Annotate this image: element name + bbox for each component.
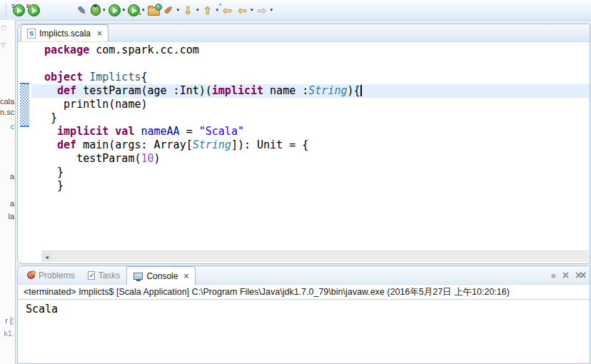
code-line[interactable] bbox=[44, 57, 590, 71]
export-file-button[interactable]: ⇧▾ bbox=[202, 4, 219, 16]
text-cursor bbox=[360, 85, 362, 96]
console-output[interactable]: Scala bbox=[18, 300, 590, 315]
code-line[interactable]: testParam(10) bbox=[44, 152, 590, 166]
run-dropdown-icon[interactable]: ▾ bbox=[123, 7, 126, 13]
horizontal-scrollbar[interactable]: ◂ bbox=[41, 251, 589, 262]
main-toolbar: SE✎▾▾▪▾✐▾⇩▾⇧▾⇦*⇦▾⇨▾ bbox=[0, 0, 591, 21]
minimized-view-icon[interactable]: □ bbox=[1, 24, 6, 31]
format-brush-icon[interactable]: ✐ bbox=[163, 4, 175, 16]
last-edit-location-icon-overlay: * bbox=[219, 3, 221, 9]
editor-tab-implicts[interactable]: S Implicts.scala × bbox=[21, 24, 108, 41]
run-scala-application-icon[interactable]: S bbox=[13, 4, 25, 16]
code-line[interactable]: println(name) bbox=[44, 98, 590, 111]
editor-tab-bar: S Implicts.scala × bbox=[18, 24, 590, 42]
debug-dropdown-icon[interactable]: ▾ bbox=[103, 7, 106, 13]
code-line[interactable]: implicit val nameAA = "Scala" bbox=[44, 125, 590, 138]
console-status-line: <terminated> Implicts$ [Scala Applicatio… bbox=[18, 285, 590, 300]
open-folder-icon[interactable] bbox=[148, 7, 160, 16]
console-tab-bar: ProblemsTasksConsole×■××× bbox=[18, 266, 590, 285]
console-toolbar: ■××× bbox=[551, 266, 590, 284]
forward-button[interactable]: ⇨▾ bbox=[256, 4, 273, 16]
tab-close-icon[interactable]: × bbox=[183, 271, 188, 281]
tab-console[interactable]: Console× bbox=[126, 266, 196, 285]
code-line[interactable]: object Implicts{ bbox=[44, 71, 590, 84]
console-panel: ProblemsTasksConsole×■××× <terminated> I… bbox=[17, 266, 590, 364]
code-line[interactable]: package com.spark.cc.com bbox=[44, 44, 590, 57]
run-icon[interactable] bbox=[108, 4, 121, 16]
import-file-icon[interactable]: ⇩ bbox=[182, 4, 194, 16]
code-line[interactable]: def testParam(age :Int)(implicit name :S… bbox=[44, 84, 590, 98]
tree-item-fragment: n.sc bbox=[0, 108, 14, 116]
forward-dropdown-icon[interactable]: ▾ bbox=[271, 7, 273, 13]
remove-launch-button[interactable]: × bbox=[562, 269, 569, 282]
tab-problems[interactable]: Problems bbox=[21, 266, 81, 284]
tab-label: Console bbox=[146, 271, 178, 281]
run-scala-application-button[interactable]: S bbox=[13, 4, 25, 16]
mark-occurrences-button[interactable]: ✎ bbox=[76, 4, 88, 16]
mark-occurrences-icon[interactable]: ✎ bbox=[76, 4, 88, 16]
run-button[interactable]: ▾ bbox=[108, 4, 126, 16]
view-menu-chevron-icon[interactable]: ▽ bbox=[1, 41, 6, 49]
code-line[interactable]: def main(args: Array[String]): Unit = { bbox=[44, 138, 590, 152]
remove-all-terminated-button[interactable]: ×× bbox=[575, 269, 585, 282]
toolbar-separator bbox=[6, 3, 6, 17]
tasks-icon bbox=[88, 271, 95, 280]
run-scala-test-icon[interactable]: E bbox=[28, 4, 40, 16]
code-line[interactable]: } bbox=[44, 166, 590, 179]
back-dropdown-icon[interactable]: ▾ bbox=[251, 7, 253, 13]
scroll-left-arrow-icon[interactable]: ◂ bbox=[41, 251, 52, 262]
code-lines[interactable]: package com.spark.cc.comobject Implicts{… bbox=[44, 44, 590, 193]
tree-item-fragment: a bbox=[0, 199, 14, 208]
tab-label: Problems bbox=[39, 271, 75, 280]
run-external-tools-icon[interactable]: ▪ bbox=[128, 4, 140, 16]
tab-label: Tasks bbox=[98, 271, 121, 280]
editor-tab-label: Implicts.scala bbox=[39, 29, 91, 39]
view-divider[interactable] bbox=[15, 20, 16, 364]
tree-item-fragment: k1. bbox=[0, 329, 14, 338]
tree-item-fragment: la bbox=[0, 212, 14, 221]
tree-item-fragment: cala bbox=[0, 97, 14, 106]
editor-tab-close-icon[interactable]: × bbox=[97, 29, 102, 39]
tree-item-fragment: a bbox=[0, 172, 14, 181]
run-external-tools-dropdown-icon[interactable]: ▾ bbox=[142, 7, 145, 13]
open-folder-button[interactable] bbox=[148, 4, 160, 16]
debug-icon[interactable] bbox=[91, 4, 101, 16]
code-line[interactable]: } bbox=[44, 179, 590, 193]
export-file-icon[interactable]: ⇧ bbox=[202, 4, 214, 16]
run-external-tools-icon-overlay: ▪ bbox=[139, 11, 141, 17]
package-explorer-strip: □▽calan.sccaalar [:k1. bbox=[0, 20, 16, 364]
last-edit-location-button[interactable]: ⇦* bbox=[221, 4, 233, 16]
problems-icon bbox=[27, 271, 35, 279]
forward-icon: ⇨ bbox=[256, 4, 268, 16]
run-scala-test-button[interactable]: E bbox=[28, 4, 40, 16]
import-file-button[interactable]: ⇩▾ bbox=[182, 4, 199, 16]
back-icon[interactable]: ⇦ bbox=[236, 4, 248, 16]
terminate-button: ■ bbox=[551, 271, 556, 280]
range-indicator bbox=[20, 83, 29, 127]
run-external-tools-button[interactable]: ▪▾ bbox=[128, 4, 145, 16]
tree-item-fragment: c bbox=[0, 122, 14, 131]
format-brush-button[interactable]: ✐▾ bbox=[163, 4, 180, 16]
editor-frame: S Implicts.scala × package com.spark.cc.… bbox=[17, 24, 590, 264]
run-scala-application-icon-overlay: S bbox=[11, 4, 15, 9]
export-file-dropdown-icon[interactable]: ▾ bbox=[216, 7, 219, 13]
debug-button[interactable]: ▾ bbox=[91, 4, 106, 16]
run-scala-test-icon-overlay: E bbox=[26, 4, 30, 9]
last-edit-location-icon[interactable]: ⇦* bbox=[221, 4, 233, 16]
back-button[interactable]: ⇦▾ bbox=[236, 4, 253, 16]
tab-tasks[interactable]: Tasks bbox=[81, 266, 127, 284]
format-brush-dropdown-icon[interactable]: ▾ bbox=[177, 7, 180, 13]
scala-file-icon: S bbox=[27, 29, 36, 39]
code-line[interactable]: } bbox=[44, 111, 590, 125]
tree-item-fragment: r [: bbox=[0, 316, 14, 325]
console-icon bbox=[133, 273, 143, 280]
import-file-dropdown-icon[interactable]: ▾ bbox=[196, 7, 199, 13]
